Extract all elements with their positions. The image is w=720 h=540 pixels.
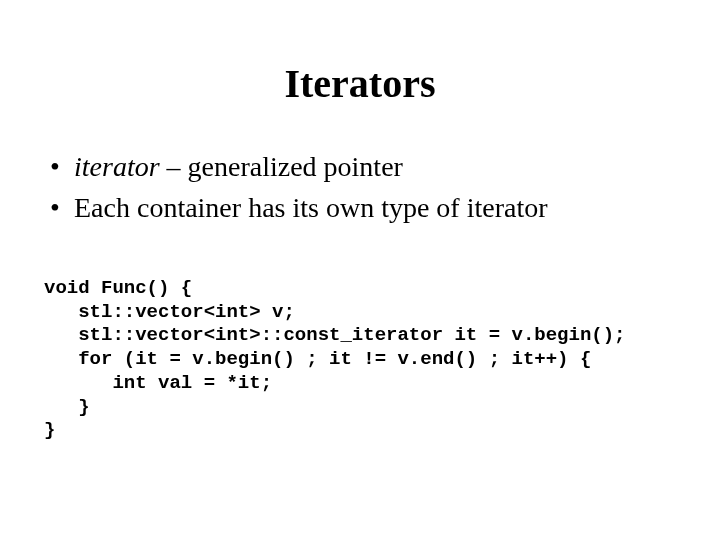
bullet-item: • Each container has its own type of ite… xyxy=(50,190,680,225)
bullet-text: iterator – generalized pointer xyxy=(74,149,680,184)
code-line: for (it = v.begin() ; it != v.end() ; it… xyxy=(44,348,591,370)
code-line: void Func() { xyxy=(44,277,192,299)
bullet-text: Each container has its own type of itera… xyxy=(74,190,680,225)
code-line: stl::vector<int> v; xyxy=(44,301,295,323)
bullet-item: • iterator – generalized pointer xyxy=(50,149,680,184)
code-line: } xyxy=(44,419,55,441)
code-line: } xyxy=(44,396,90,418)
slide-title: Iterators xyxy=(40,60,680,107)
bullet-dot-icon: • xyxy=(50,190,74,225)
term-iterator: iterator xyxy=(74,151,160,182)
bullet-list: • iterator – generalized pointer • Each … xyxy=(50,149,680,225)
code-line: int val = *it; xyxy=(44,372,272,394)
code-line: stl::vector<int>::const_iterator it = v.… xyxy=(44,324,626,346)
bullet-dot-icon: • xyxy=(50,149,74,184)
bullet-rest: – generalized pointer xyxy=(160,151,403,182)
slide: Iterators • iterator – generalized point… xyxy=(0,0,720,540)
code-block: void Func() { stl::vector<int> v; stl::v… xyxy=(44,253,680,467)
